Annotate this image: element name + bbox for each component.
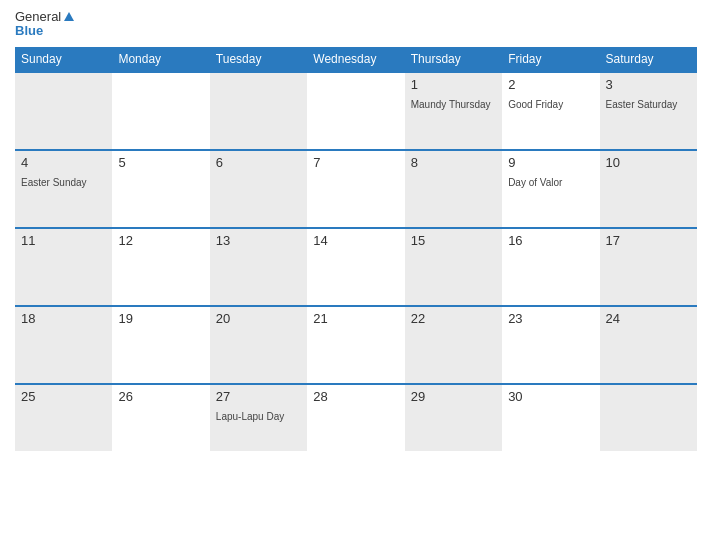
holiday-name: Easter Saturday [606, 99, 678, 110]
day-cell-9: 9Day of Valor [502, 151, 599, 227]
day-cell-18: 18 [15, 307, 112, 383]
day-cell-12: 12 [112, 229, 209, 305]
day-number: 15 [411, 233, 496, 248]
day-cell-19: 19 [112, 307, 209, 383]
day-number: 20 [216, 311, 301, 326]
day-cell-8: 8 [405, 151, 502, 227]
calendar-header: General Blue [15, 10, 697, 39]
day-cell-17: 17 [600, 229, 697, 305]
header-thursday: Thursday [405, 47, 502, 71]
logo: General Blue [15, 10, 74, 39]
day-number: 22 [411, 311, 496, 326]
day-cell-empty [15, 73, 112, 149]
logo-general-text: General [15, 10, 61, 24]
day-cell-3: 3Easter Saturday [600, 73, 697, 149]
day-cell-empty [112, 73, 209, 149]
week-row-5: 252627Lapu-Lapu Day282930 [15, 383, 697, 451]
day-cell-22: 22 [405, 307, 502, 383]
day-cell-empty [210, 73, 307, 149]
day-number: 12 [118, 233, 203, 248]
day-number: 8 [411, 155, 496, 170]
day-cell-20: 20 [210, 307, 307, 383]
day-cell-21: 21 [307, 307, 404, 383]
week-row-4: 18192021222324 [15, 305, 697, 383]
day-cell-empty [307, 73, 404, 149]
day-cell-11: 11 [15, 229, 112, 305]
day-cell-7: 7 [307, 151, 404, 227]
day-cell-24: 24 [600, 307, 697, 383]
day-number: 4 [21, 155, 106, 170]
header-friday: Friday [502, 47, 599, 71]
header-tuesday: Tuesday [210, 47, 307, 71]
header-saturday: Saturday [600, 47, 697, 71]
day-headers-row: Sunday Monday Tuesday Wednesday Thursday… [15, 47, 697, 71]
day-number: 5 [118, 155, 203, 170]
day-number: 17 [606, 233, 691, 248]
holiday-name: Maundy Thursday [411, 99, 491, 110]
day-number: 16 [508, 233, 593, 248]
calendar-grid: 1Maundy Thursday2Good Friday3Easter Satu… [15, 71, 697, 451]
day-cell-1: 1Maundy Thursday [405, 73, 502, 149]
day-number: 14 [313, 233, 398, 248]
day-number: 23 [508, 311, 593, 326]
day-number: 11 [21, 233, 106, 248]
logo-blue-text: Blue [15, 24, 74, 38]
header-sunday: Sunday [15, 47, 112, 71]
day-number: 29 [411, 389, 496, 404]
holiday-name: Lapu-Lapu Day [216, 411, 284, 422]
day-cell-10: 10 [600, 151, 697, 227]
day-number: 7 [313, 155, 398, 170]
day-cell-30: 30 [502, 385, 599, 451]
day-number: 10 [606, 155, 691, 170]
header-monday: Monday [112, 47, 209, 71]
day-cell-2: 2Good Friday [502, 73, 599, 149]
day-number: 28 [313, 389, 398, 404]
day-number: 2 [508, 77, 593, 92]
logo-triangle-icon [64, 12, 74, 21]
holiday-name: Good Friday [508, 99, 563, 110]
day-number: 6 [216, 155, 301, 170]
day-cell-26: 26 [112, 385, 209, 451]
day-number: 24 [606, 311, 691, 326]
day-cell-29: 29 [405, 385, 502, 451]
day-cell-15: 15 [405, 229, 502, 305]
day-cell-6: 6 [210, 151, 307, 227]
day-number: 25 [21, 389, 106, 404]
day-number: 27 [216, 389, 301, 404]
day-number: 19 [118, 311, 203, 326]
day-number: 13 [216, 233, 301, 248]
day-number: 26 [118, 389, 203, 404]
day-number: 30 [508, 389, 593, 404]
day-cell-25: 25 [15, 385, 112, 451]
day-cell-28: 28 [307, 385, 404, 451]
day-number: 21 [313, 311, 398, 326]
day-number: 9 [508, 155, 593, 170]
week-row-2: 4Easter Sunday56789Day of Valor10 [15, 149, 697, 227]
holiday-name: Day of Valor [508, 177, 562, 188]
day-cell-5: 5 [112, 151, 209, 227]
day-cell-23: 23 [502, 307, 599, 383]
day-cell-4: 4Easter Sunday [15, 151, 112, 227]
calendar-container: General Blue Sunday Monday Tuesday Wedne… [0, 0, 712, 550]
holiday-name: Easter Sunday [21, 177, 87, 188]
day-cell-14: 14 [307, 229, 404, 305]
week-row-3: 11121314151617 [15, 227, 697, 305]
day-cell-27: 27Lapu-Lapu Day [210, 385, 307, 451]
day-number: 1 [411, 77, 496, 92]
day-cell-13: 13 [210, 229, 307, 305]
week-row-1: 1Maundy Thursday2Good Friday3Easter Satu… [15, 71, 697, 149]
day-number: 3 [606, 77, 691, 92]
day-cell-16: 16 [502, 229, 599, 305]
day-number: 18 [21, 311, 106, 326]
header-wednesday: Wednesday [307, 47, 404, 71]
day-cell-empty [600, 385, 697, 451]
